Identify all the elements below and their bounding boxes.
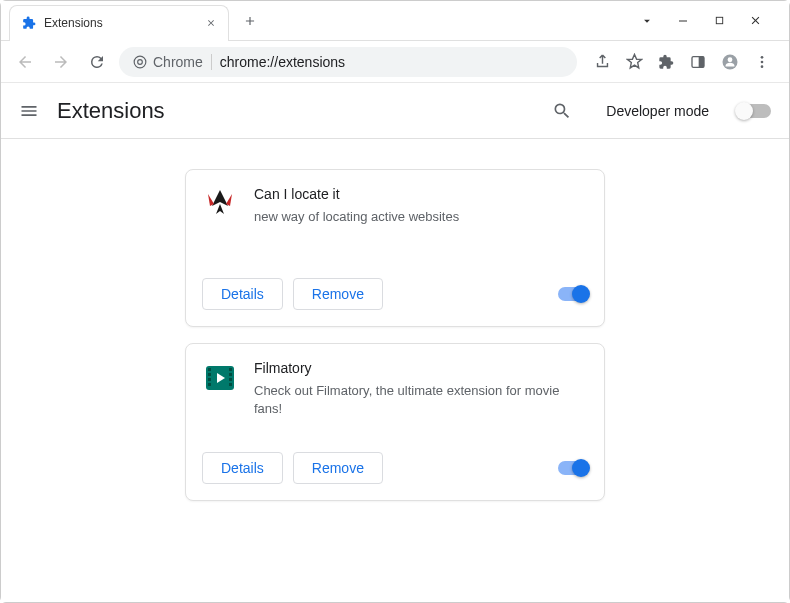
puzzle-icon	[22, 16, 36, 30]
chrome-icon	[133, 55, 147, 69]
page-title: Extensions	[57, 98, 534, 124]
svg-rect-12	[208, 368, 211, 371]
extension-icon-phoenix	[202, 186, 238, 222]
close-window-button[interactable]	[741, 7, 769, 35]
new-tab-button[interactable]	[235, 10, 265, 32]
address-bar[interactable]: Chrome chrome://extensions	[119, 47, 577, 77]
hamburger-icon[interactable]	[19, 101, 39, 121]
developer-mode-label: Developer mode	[606, 103, 709, 119]
svg-rect-18	[229, 378, 232, 381]
svg-rect-16	[229, 368, 232, 371]
details-button[interactable]: Details	[202, 452, 283, 484]
svg-rect-15	[208, 383, 211, 386]
omnibox-url: chrome://extensions	[220, 54, 345, 70]
back-button[interactable]	[11, 48, 39, 76]
svg-rect-1	[716, 17, 722, 23]
sidepanel-icon[interactable]	[689, 53, 707, 71]
window-controls	[633, 7, 789, 35]
search-icon[interactable]	[552, 101, 572, 121]
svg-point-10	[761, 65, 764, 68]
close-tab-icon[interactable]	[206, 18, 216, 28]
extension-description: new way of locating active websites	[254, 208, 459, 226]
extension-description: Check out Filmatory, the ultimate extens…	[254, 382, 588, 418]
extension-icon-film	[202, 360, 238, 396]
svg-point-7	[728, 57, 733, 62]
extensions-list: Can I locate it new way of locating acti…	[1, 139, 789, 602]
svg-rect-0	[679, 20, 687, 21]
browser-tab[interactable]: Extensions	[9, 5, 229, 41]
forward-button[interactable]	[47, 48, 75, 76]
extensions-icon[interactable]	[657, 53, 675, 71]
extension-card: Can I locate it new way of locating acti…	[185, 169, 605, 327]
svg-point-3	[138, 59, 143, 64]
svg-rect-14	[208, 378, 211, 381]
svg-point-2	[134, 56, 146, 68]
tab-title: Extensions	[44, 16, 198, 30]
omnibox-prefix: Chrome	[133, 54, 212, 70]
toolbar: Chrome chrome://extensions	[1, 41, 789, 83]
menu-icon[interactable]	[753, 53, 771, 71]
remove-button[interactable]: Remove	[293, 452, 383, 484]
svg-point-8	[761, 56, 764, 59]
svg-rect-17	[229, 373, 232, 376]
extension-toggle[interactable]	[558, 287, 588, 301]
reload-button[interactable]	[83, 48, 111, 76]
toolbar-right	[585, 53, 779, 71]
svg-point-9	[761, 60, 764, 63]
chevron-down-icon[interactable]	[633, 7, 661, 35]
titlebar: Extensions	[1, 1, 789, 41]
extension-name: Filmatory	[254, 360, 588, 376]
profile-icon[interactable]	[721, 53, 739, 71]
details-button[interactable]: Details	[202, 278, 283, 310]
extension-toggle[interactable]	[558, 461, 588, 475]
svg-rect-19	[229, 383, 232, 386]
svg-rect-5	[699, 56, 704, 67]
extension-name: Can I locate it	[254, 186, 459, 202]
bookmark-icon[interactable]	[625, 53, 643, 71]
developer-mode-toggle[interactable]	[737, 104, 771, 118]
remove-button[interactable]: Remove	[293, 278, 383, 310]
minimize-button[interactable]	[669, 7, 697, 35]
maximize-button[interactable]	[705, 7, 733, 35]
svg-rect-13	[208, 373, 211, 376]
share-icon[interactable]	[593, 53, 611, 71]
page-header: Extensions Developer mode	[1, 83, 789, 139]
extension-card: Filmatory Check out Filmatory, the ultim…	[185, 343, 605, 501]
